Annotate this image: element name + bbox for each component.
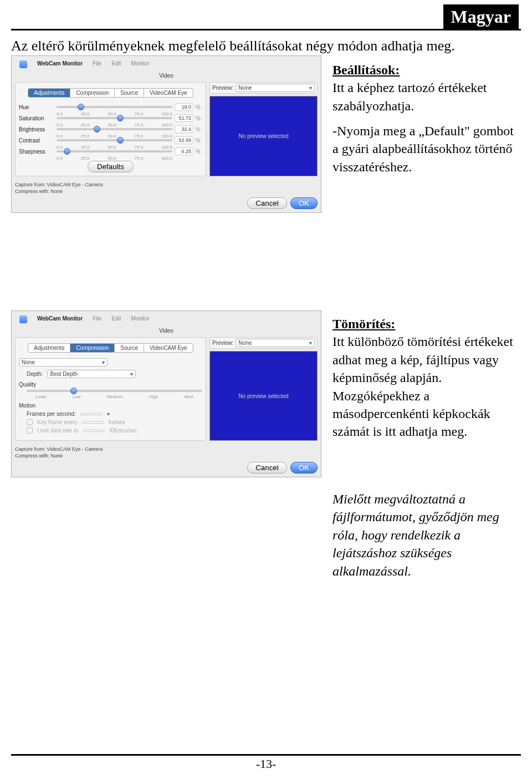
codec-select[interactable]: None ▾	[19, 358, 108, 366]
desc-warning: Mielőtt megváltoztatná a fájlformátumot,…	[332, 490, 521, 580]
tabstrip: Adjustments Compression Source VideoCAM …	[19, 88, 202, 98]
tab-videocam[interactable]: VideoCAM Eye	[144, 88, 193, 98]
tab-compression[interactable]: Compression	[70, 343, 115, 353]
tabstrip: Adjustments Compression Source VideoCAM …	[19, 343, 202, 353]
chevron-down-icon: ▾	[130, 371, 133, 377]
percent-label: %	[196, 104, 202, 110]
slider-thumb[interactable]	[94, 126, 100, 133]
desc-default-note: -Nyomja meg a „Default" gombot a gyári a…	[332, 122, 515, 176]
menu-edit[interactable]: Edit	[111, 60, 121, 68]
preview-area: No preview selected	[209, 351, 318, 441]
preview-select[interactable]: None ▾	[236, 339, 315, 347]
app-icon	[19, 315, 27, 323]
slider-thumb[interactable]	[64, 148, 70, 155]
tab-videocam[interactable]: VideoCAM Eye	[144, 343, 193, 353]
header-rule	[11, 29, 521, 30]
app-icon	[19, 60, 27, 68]
slider-thumb[interactable]	[78, 104, 84, 110]
fps-input[interactable]	[80, 413, 103, 415]
app-name: WebCam Monitor	[37, 60, 83, 68]
slider-thumb[interactable]	[117, 137, 124, 144]
motion-group: Motion Frames per second: ▾ Key frame ev…	[19, 403, 202, 434]
preview-label: Preview:	[212, 85, 233, 91]
limit-input[interactable]	[83, 430, 105, 432]
cancel-button[interactable]: Cancel	[247, 197, 287, 209]
tab-compression[interactable]: Compression	[70, 88, 115, 98]
language-badge: Magyar	[443, 4, 519, 30]
desc-compression: Tömörítés: Itt különböző tömörítési érté…	[332, 315, 521, 441]
quality-thumb[interactable]	[70, 388, 77, 394]
intro-text: Az eltérő körülményeknek megfelelő beáll…	[11, 38, 455, 54]
slider-label: Hue	[19, 104, 54, 110]
window-title: Video	[15, 69, 318, 82]
dialog-footer: Capture from: VideoCAM Eye - Camera Comp…	[15, 446, 318, 473]
chevron-down-icon: ▾	[309, 85, 312, 91]
defaults-button[interactable]: Defaults	[88, 161, 134, 172]
slider-hue: Hue 0.0 25.0 50.0 75.0 100.0 18.0 %	[19, 103, 202, 111]
slider-track[interactable]: 0.0 25.0 50.0 75.0 100.0	[57, 106, 172, 108]
checkbox-icon[interactable]	[27, 419, 33, 425]
screenshot-compression: WebCam Monitor File Edit Monitor Video A…	[11, 310, 321, 477]
depth-row: Depth: Best Depth ▾	[19, 370, 202, 378]
screenshot-adjustments: WebCam Monitor File Edit Monitor Video A…	[11, 55, 321, 213]
preview-label: Preview:	[212, 340, 233, 346]
depth-select[interactable]: Best Depth ▾	[47, 370, 136, 378]
menu-file[interactable]: File	[93, 60, 101, 68]
fps-label: Frames per second:	[27, 411, 76, 417]
depth-label: Depth:	[27, 371, 43, 377]
desc-settings: Beállítások: Itt a képhez tartozó értéke…	[332, 61, 515, 115]
compression-panel: Adjustments Compression Source VideoCAM …	[15, 337, 206, 441]
chevron-down-icon[interactable]: ▾	[107, 411, 110, 417]
window-title: Video	[15, 324, 318, 337]
tab-source[interactable]: Source	[115, 88, 144, 98]
preview-bar: Preview: None ▾	[209, 82, 318, 94]
chevron-down-icon: ▾	[309, 340, 312, 346]
quality-group: Quality Least Low Medium High Best	[19, 381, 202, 399]
menu-monitor[interactable]: Monitor	[131, 60, 149, 68]
menubar: WebCam Monitor File Edit Monitor	[15, 314, 318, 324]
checkbox-icon[interactable]	[27, 427, 33, 434]
page-number: -13-	[0, 757, 532, 771]
preview-area: No preview selected	[209, 96, 318, 176]
limit-label: Limit data rate to	[37, 427, 78, 434]
tab-source[interactable]: Source	[115, 343, 144, 353]
preview-bar: Preview: None ▾	[209, 337, 318, 349]
dialog-footer: Capture from: VideoCAM Eye - Camera Comp…	[15, 182, 318, 209]
menubar: WebCam Monitor File Edit Monitor	[15, 59, 318, 69]
menu-file[interactable]: File	[93, 315, 101, 323]
tab-adjustments[interactable]: Adjustments	[28, 88, 70, 98]
menu-edit[interactable]: Edit	[111, 315, 121, 323]
slider-value[interactable]: 18.0	[175, 103, 193, 111]
menu-monitor[interactable]: Monitor	[131, 315, 149, 323]
slider-thumb[interactable]	[117, 115, 124, 121]
adjustments-panel: Adjustments Compression Source VideoCAM …	[15, 82, 206, 176]
footer-rule	[11, 754, 521, 756]
ok-button[interactable]: OK	[290, 197, 318, 209]
keyframe-label: Key frame every	[37, 419, 78, 425]
chevron-down-icon: ▾	[102, 359, 105, 365]
preview-select[interactable]: None ▾	[236, 84, 315, 92]
keyframe-input[interactable]	[82, 421, 104, 424]
cancel-button[interactable]: Cancel	[247, 462, 287, 473]
tab-adjustments[interactable]: Adjustments	[28, 343, 70, 353]
ok-button[interactable]: OK	[290, 462, 318, 473]
